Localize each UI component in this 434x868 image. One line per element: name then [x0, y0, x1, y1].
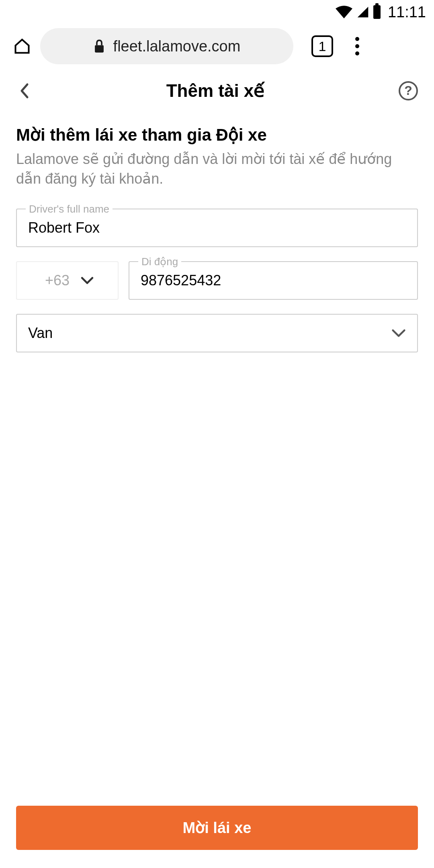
- svg-rect-0: [95, 45, 104, 53]
- tab-switcher[interactable]: 1: [311, 35, 333, 57]
- country-code-select[interactable]: +63: [16, 261, 119, 300]
- help-button[interactable]: ?: [399, 81, 418, 100]
- main-content: Mời thêm lái xe tham gia Đội xe Lalamove…: [0, 113, 434, 364]
- name-field-label: Driver's full name: [26, 203, 113, 215]
- phone-field-label: Di động: [138, 256, 181, 268]
- browser-toolbar: fleet.lalamove.com 1: [0, 24, 434, 68]
- url-bar[interactable]: fleet.lalamove.com: [40, 28, 293, 64]
- dot-icon: [355, 44, 359, 48]
- name-field-wrapper: Driver's full name: [16, 209, 418, 247]
- invite-driver-button[interactable]: Mời lái xe: [16, 806, 418, 850]
- chevron-down-icon: [81, 274, 94, 287]
- wifi-icon: [336, 6, 352, 18]
- url-text: fleet.lalamove.com: [113, 38, 241, 55]
- phone-row: +63 Di động: [16, 261, 418, 300]
- phone-field-wrapper: Di động: [129, 261, 418, 300]
- country-code-value: +63: [45, 272, 70, 289]
- lock-icon: [93, 39, 105, 53]
- section-description: Lalamove sẽ gửi đường dẫn và lời mời tới…: [16, 149, 418, 188]
- battery-icon: [373, 5, 381, 19]
- section-heading: Mời thêm lái xe tham gia Đội xe: [16, 125, 418, 145]
- signal-icon: [356, 6, 370, 18]
- status-bar: 11:11: [0, 0, 434, 24]
- page-title: Thêm tài xế: [32, 80, 399, 101]
- chevron-down-icon: [391, 329, 406, 338]
- page-header: Thêm tài xế ?: [0, 68, 434, 113]
- home-icon: [13, 37, 31, 55]
- status-time: 11:11: [388, 4, 426, 21]
- chevron-left-icon: [19, 83, 29, 99]
- dot-icon: [355, 37, 359, 41]
- browser-more-menu[interactable]: [347, 37, 367, 55]
- dot-icon: [355, 51, 359, 55]
- vehicle-type-select[interactable]: Van: [16, 314, 418, 352]
- tab-count-value: 1: [319, 39, 326, 54]
- vehicle-value: Van: [28, 325, 53, 342]
- help-icon: ?: [404, 83, 412, 98]
- back-button[interactable]: [16, 83, 32, 99]
- browser-home-button[interactable]: [12, 36, 32, 56]
